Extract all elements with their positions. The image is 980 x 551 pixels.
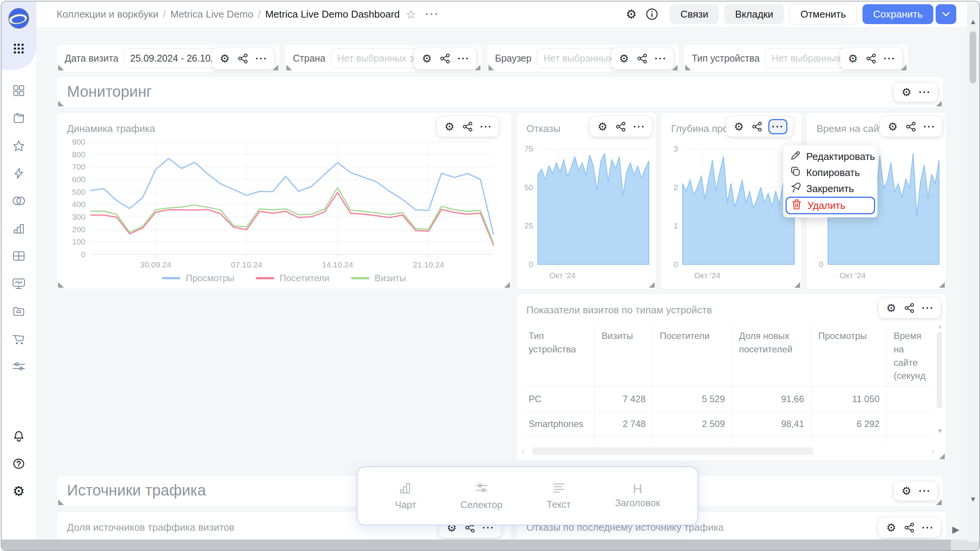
- more-icon[interactable]: ···: [918, 483, 932, 499]
- cancel-button[interactable]: Отменить: [789, 4, 857, 24]
- resize-handle[interactable]: [504, 282, 510, 288]
- col-header[interactable]: Визиты: [595, 326, 653, 387]
- scrollbar-thumb[interactable]: [937, 332, 942, 408]
- col-header[interactable]: Доля новых посетителей: [732, 326, 811, 387]
- breadcrumb-dashboard[interactable]: Metrica Live Demo Dashboard: [265, 8, 400, 20]
- more-icon[interactable]: ···: [632, 119, 647, 135]
- add-heading-button[interactable]: H Заголовок: [615, 484, 660, 509]
- more-icon[interactable]: ···: [922, 119, 937, 135]
- favorites-icon[interactable]: [2, 137, 36, 155]
- dashboard-settings-gear-icon[interactable]: ⚙: [626, 8, 637, 20]
- resize-handle[interactable]: [939, 453, 945, 459]
- resize-handle[interactable]: [58, 499, 64, 505]
- menu-item-pin[interactable]: Закрепить: [786, 181, 875, 197]
- more-icon[interactable]: ···: [921, 300, 935, 316]
- services-sliders-icon[interactable]: [2, 357, 36, 375]
- resize-handle[interactable]: [58, 282, 64, 288]
- resize-handle[interactable]: [794, 282, 800, 288]
- gear-icon[interactable]: ⚙: [442, 119, 457, 135]
- more-icon[interactable]: ···: [479, 119, 493, 135]
- save-button[interactable]: Сохранить: [862, 4, 933, 24]
- menu-item-delete[interactable]: Удалить: [786, 197, 875, 214]
- more-icon[interactable]: ···: [254, 51, 269, 67]
- save-dropdown-button[interactable]: [936, 4, 956, 24]
- relations-icon[interactable]: [750, 119, 764, 135]
- more-icon[interactable]: ···: [456, 51, 471, 67]
- scroll-right-icon[interactable]: ▶: [952, 524, 959, 535]
- apps-grid-icon[interactable]: [2, 40, 36, 57]
- gear-icon[interactable]: ⚙: [885, 119, 900, 135]
- menu-item-edit[interactable]: Редактировать: [786, 148, 875, 165]
- col-header[interactable]: Посетители: [653, 326, 732, 387]
- charts-icon[interactable]: [2, 220, 36, 237]
- table-vertical-scrollbar[interactable]: ▲ ▼: [937, 326, 943, 434]
- relations-icon[interactable]: [461, 119, 475, 135]
- relations-icon[interactable]: [864, 51, 879, 67]
- gear-icon[interactable]: ⚙: [217, 51, 232, 67]
- more-icon[interactable]: ···: [918, 84, 932, 100]
- breadcrumb-collections[interactable]: Коллекции и воркбуки: [57, 8, 158, 20]
- scroll-right-icon[interactable]: ›: [932, 447, 934, 455]
- monitoring-icon[interactable]: [2, 275, 36, 292]
- scrollbar-thumb[interactable]: [970, 31, 976, 83]
- col-header[interactable]: Время на сайте (секунд: [887, 326, 934, 387]
- relations-icon[interactable]: [635, 51, 650, 67]
- more-icon[interactable]: ···: [882, 51, 897, 67]
- gear-icon[interactable]: ⚙: [846, 51, 860, 67]
- more-icon[interactable]: ···: [921, 520, 935, 536]
- editor-icon[interactable]: [2, 165, 36, 182]
- relations-button[interactable]: Связи: [670, 4, 719, 24]
- scroll-left-icon[interactable]: ‹: [522, 447, 524, 455]
- resize-handle[interactable]: [939, 282, 945, 288]
- relations-icon[interactable]: [902, 520, 917, 536]
- gear-icon[interactable]: ⚙: [899, 483, 914, 499]
- legend-item[interactable]: Просмотры: [162, 273, 234, 284]
- add-text-button[interactable]: Текст: [547, 482, 571, 510]
- gear-icon[interactable]: ⚙: [732, 119, 746, 135]
- relations-icon[interactable]: [904, 119, 918, 135]
- dashboards-icon[interactable]: [2, 82, 36, 99]
- cloud-storage-icon[interactable]: [2, 302, 36, 320]
- marketplace-cart-icon[interactable]: [2, 330, 36, 347]
- resize-handle[interactable]: [488, 65, 494, 70]
- tabs-button[interactable]: Вкладки: [724, 4, 784, 24]
- menu-item-copy[interactable]: Копировать: [786, 165, 875, 181]
- page-vertical-scrollbar[interactable]: ▲ ▼: [967, 2, 979, 542]
- gear-icon[interactable]: ⚙: [595, 119, 610, 135]
- resize-handle[interactable]: [936, 499, 942, 505]
- col-header[interactable]: Просмотры: [811, 326, 887, 387]
- info-icon[interactable]: [646, 8, 658, 20]
- resize-handle[interactable]: [58, 101, 64, 106]
- favorite-star-icon[interactable]: ☆: [406, 8, 416, 21]
- gear-icon[interactable]: ⚙: [884, 300, 898, 316]
- breadcrumb-workbook[interactable]: Metrica Live Demo: [170, 8, 253, 20]
- scroll-up-icon[interactable]: ▲: [967, 18, 979, 26]
- help-icon[interactable]: [2, 455, 36, 473]
- more-icon-active[interactable]: ···: [768, 119, 787, 134]
- relations-icon[interactable]: [902, 300, 917, 316]
- more-icon[interactable]: ···: [653, 51, 668, 67]
- connections-icon[interactable]: [2, 192, 36, 210]
- add-chart-button[interactable]: Чарт: [395, 482, 416, 510]
- settings-gear-icon[interactable]: ⚙: [2, 483, 36, 500]
- collections-icon[interactable]: [2, 109, 36, 127]
- breadcrumb-more-icon[interactable]: ···: [425, 8, 439, 20]
- resize-handle[interactable]: [58, 65, 64, 70]
- relations-icon[interactable]: [438, 51, 452, 67]
- resize-handle[interactable]: [649, 282, 655, 288]
- datasets-icon[interactable]: [2, 247, 36, 265]
- resize-handle[interactable]: [936, 101, 942, 106]
- gear-icon[interactable]: ⚙: [899, 84, 914, 100]
- relations-icon[interactable]: [236, 51, 250, 67]
- gear-icon[interactable]: ⚙: [884, 520, 898, 536]
- scrollbar-thumb[interactable]: [2, 540, 951, 550]
- notifications-bell-icon[interactable]: [2, 427, 36, 445]
- resize-handle[interactable]: [286, 65, 292, 70]
- gear-icon[interactable]: ⚙: [617, 51, 631, 67]
- add-selector-button[interactable]: Селектор: [461, 482, 503, 510]
- relations-icon[interactable]: [614, 119, 628, 135]
- page-horizontal-scrollbar[interactable]: [2, 540, 979, 550]
- col-header[interactable]: Тип устройства: [522, 326, 595, 387]
- gear-icon[interactable]: ⚙: [420, 51, 434, 67]
- table-horizontal-scrollbar[interactable]: ‹ ›: [522, 447, 934, 456]
